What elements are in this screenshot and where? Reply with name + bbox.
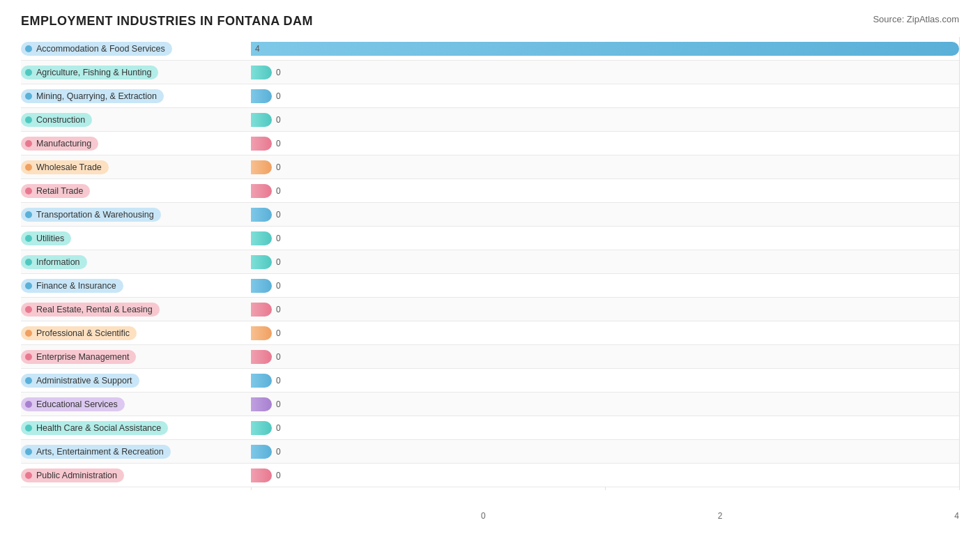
pill-dot xyxy=(25,282,32,289)
bar-stub xyxy=(251,160,272,174)
industry-pill: Health Care & Social Assistance xyxy=(21,421,168,435)
bar-stub xyxy=(251,397,272,411)
industry-pill: Utilities xyxy=(21,231,71,245)
industry-label: Mining, Quarrying, & Extraction xyxy=(36,91,157,101)
bar-stub xyxy=(251,89,272,103)
bar-area: 0 xyxy=(251,464,959,487)
pill-dot xyxy=(25,401,32,408)
industry-label: Utilities xyxy=(36,234,64,243)
bar-stub xyxy=(251,113,272,127)
table-row: Retail Trade0 xyxy=(21,179,959,203)
label-area: Transportation & Warehousing xyxy=(21,208,251,222)
bar-area: 0 xyxy=(251,250,959,273)
pill-dot xyxy=(25,425,32,432)
table-row: Real Estate, Rental & Leasing0 xyxy=(21,298,959,321)
bar-value-label: 0 xyxy=(276,139,281,148)
label-area: Information xyxy=(21,255,251,269)
label-area: Health Care & Social Assistance xyxy=(21,421,251,435)
bar-value-label: 0 xyxy=(276,210,281,220)
label-area: Construction xyxy=(21,113,251,127)
label-area: Wholesale Trade xyxy=(21,160,251,174)
bar-value-label: 0 xyxy=(276,186,281,196)
table-row: Construction0 xyxy=(21,108,959,132)
table-row: Public Administration0 xyxy=(21,464,959,487)
table-row: Wholesale Trade0 xyxy=(21,155,959,179)
industry-label: Administrative & Support xyxy=(36,376,132,386)
bar-stub xyxy=(251,137,272,151)
bars-wrapper: Accommodation & Food Services4Agricultur… xyxy=(21,37,959,490)
industry-pill: Wholesale Trade xyxy=(21,160,109,174)
industry-label: Health Care & Social Assistance xyxy=(36,423,161,433)
industry-pill: Agriculture, Fishing & Hunting xyxy=(21,66,158,79)
industry-label: Real Estate, Rental & Leasing xyxy=(36,305,153,314)
bar: 4 xyxy=(251,42,959,56)
table-row: Information0 xyxy=(21,250,959,274)
bar-area: 0 xyxy=(251,108,959,131)
industry-label: Information xyxy=(36,257,80,267)
industry-pill: Mining, Quarrying, & Extraction xyxy=(21,89,164,103)
bar-area: 0 xyxy=(251,155,959,178)
label-area: Utilities xyxy=(21,231,251,245)
label-area: Agriculture, Fishing & Hunting xyxy=(21,66,251,79)
table-row: Educational Services0 xyxy=(21,393,959,416)
bar-value-label: 0 xyxy=(276,471,281,480)
chart-container: EMPLOYMENT INDUSTRIES IN FONTANA DAM Sou… xyxy=(0,0,980,541)
industry-label: Finance & Insurance xyxy=(36,281,116,291)
industry-label: Professional & Scientific xyxy=(36,328,130,338)
industry-label: Wholesale Trade xyxy=(36,162,102,172)
label-area: Mining, Quarrying, & Extraction xyxy=(21,89,251,103)
bar-area: 4 xyxy=(251,37,959,60)
table-row: Agriculture, Fishing & Hunting0 xyxy=(21,61,959,84)
label-area: Arts, Entertainment & Recreation xyxy=(21,445,251,459)
bar-area: 0 xyxy=(251,369,959,392)
industry-pill: Manufacturing xyxy=(21,137,98,151)
pill-dot xyxy=(25,140,32,147)
pill-dot xyxy=(25,472,32,479)
bar-stub xyxy=(251,303,272,317)
table-row: Accommodation & Food Services4 xyxy=(21,37,959,61)
industry-label: Transportation & Warehousing xyxy=(36,210,154,220)
bar-value-label: 0 xyxy=(276,376,281,386)
bar-area: 0 xyxy=(251,179,959,202)
industry-label: Enterprise Management xyxy=(36,352,129,362)
bar-value-label: 0 xyxy=(276,423,281,433)
pill-dot xyxy=(25,330,32,337)
bar-value-label: 0 xyxy=(276,352,281,362)
bar-value-label: 0 xyxy=(276,162,281,172)
industry-label: Public Administration xyxy=(36,471,117,480)
table-row: Manufacturing0 xyxy=(21,132,959,155)
industry-pill: Administrative & Support xyxy=(21,374,139,388)
bar-value-label: 0 xyxy=(276,447,281,457)
table-row: Professional & Scientific0 xyxy=(21,321,959,345)
label-area: Accommodation & Food Services xyxy=(21,42,251,56)
industry-pill: Information xyxy=(21,255,87,269)
bar-area: 0 xyxy=(251,345,959,368)
bar-value-label: 0 xyxy=(276,305,281,314)
pill-dot xyxy=(25,188,32,195)
bar-area: 0 xyxy=(251,61,959,84)
bar-stub xyxy=(251,208,272,222)
bar-value-label: 4 xyxy=(255,44,260,54)
industry-label: Construction xyxy=(36,115,85,125)
bar-area: 0 xyxy=(251,416,959,439)
bar-stub xyxy=(251,255,272,269)
pill-dot xyxy=(25,211,32,218)
bar-area: 0 xyxy=(251,393,959,416)
label-area: Administrative & Support xyxy=(21,374,251,388)
table-row: Administrative & Support0 xyxy=(21,369,959,393)
bar-stub xyxy=(251,445,272,459)
pill-dot xyxy=(25,164,32,171)
label-area: Manufacturing xyxy=(21,137,251,151)
industry-pill: Transportation & Warehousing xyxy=(21,208,161,222)
pill-dot xyxy=(25,259,32,266)
table-row: Transportation & Warehousing0 xyxy=(21,203,959,227)
pill-dot xyxy=(25,353,32,360)
industry-label: Arts, Entertainment & Recreation xyxy=(36,447,164,457)
bar-value-label: 0 xyxy=(276,257,281,267)
pill-dot xyxy=(25,69,32,76)
pill-dot xyxy=(25,116,32,123)
industry-pill: Enterprise Management xyxy=(21,350,136,364)
bar-area: 0 xyxy=(251,274,959,297)
bar-stub xyxy=(251,231,272,245)
chart-title: EMPLOYMENT INDUSTRIES IN FONTANA DAM xyxy=(21,14,313,29)
